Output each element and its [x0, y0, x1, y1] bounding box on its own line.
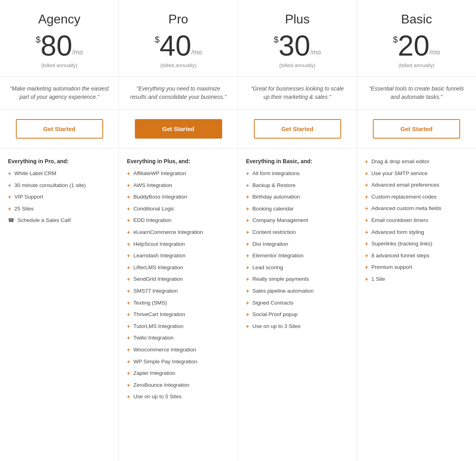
get-started-button-plus[interactable]: Get Started	[254, 119, 341, 139]
plus-icon: +	[127, 334, 130, 342]
list-item: +White Label CRM	[8, 170, 111, 178]
plan-amount-pro: 40	[159, 31, 191, 60]
list-item: +VIP Support	[8, 193, 111, 201]
plus-icon: +	[127, 252, 130, 260]
plan-billed-pro: (billed annually)	[127, 62, 230, 68]
plan-period-basic: /mo	[430, 49, 440, 56]
list-item: +Booking calendar	[246, 205, 349, 213]
list-item: +HelpScout Integration	[127, 241, 230, 249]
list-item: +ZeroBounce Integration	[127, 382, 230, 390]
features-heading-pro: Everything in Plus, and:	[127, 158, 230, 164]
plus-icon: +	[365, 193, 368, 201]
list-item: +Advanced email preferences	[365, 181, 468, 189]
plus-icon: +	[127, 311, 130, 319]
plus-icon: +	[365, 217, 368, 225]
plan-name-basic: Basic	[365, 12, 468, 27]
plus-icon: +	[127, 393, 130, 401]
plan-col-agency: Agency$80/mo(billed annually)"Make marke…	[0, 0, 119, 461]
plan-features-basic: +Drag & drop email editor+Use your SMTP …	[357, 149, 476, 461]
pricing-grid: Agency$80/mo(billed annually)"Make marke…	[0, 0, 476, 461]
get-started-button-agency[interactable]: Get Started	[16, 119, 103, 139]
plan-billed-agency: (billed annually)	[8, 62, 111, 68]
feature-text: Content restriction	[252, 229, 296, 236]
list-item: +BuddyBoss Integration	[127, 193, 230, 201]
plus-icon: +	[246, 182, 249, 190]
plan-description-agency: "Make marketing automation the easiest p…	[0, 77, 119, 110]
list-item: +25 Sites	[8, 205, 111, 213]
list-item: +EDD Integration	[127, 217, 230, 225]
plan-features-agency: Everything in Pro, and:+White Label CRM+…	[0, 149, 119, 461]
plan-cta-agency: Get Started	[0, 110, 119, 149]
feature-text: WP Simple Pay Integration	[133, 358, 197, 366]
plus-icon: +	[127, 358, 130, 366]
feature-text: Drag & drop email editor	[371, 158, 429, 166]
plus-icon: +	[127, 382, 130, 390]
feature-text: All form integrations	[252, 170, 299, 177]
plan-description-basic: "Essential tools to create basic funnels…	[357, 77, 476, 110]
feature-text: LifterLMS Integration	[133, 264, 183, 272]
feature-text: HelpScout Integration	[133, 241, 185, 248]
plan-price-row-plus: $30/mo	[246, 31, 349, 60]
feature-text: AffiliateWP Integration	[133, 170, 186, 177]
get-started-button-basic[interactable]: Get Started	[373, 119, 460, 139]
feature-text: Booking calendar	[252, 205, 294, 213]
list-item: +Twilio Integration	[127, 334, 230, 342]
feature-text: Texting (SMS)	[133, 299, 167, 307]
plan-cta-basic: Get Started	[357, 110, 476, 149]
plus-icon: +	[246, 193, 249, 201]
plus-icon: +	[127, 182, 130, 190]
list-item: +Divi Integration	[246, 241, 349, 249]
plan-price-row-agency: $80/mo	[8, 31, 111, 60]
list-item: +ThriveCart Integration	[127, 311, 230, 319]
plus-icon: +	[127, 346, 130, 354]
list-item: +Signed Contracts	[246, 299, 349, 307]
phone-icon: ☎	[8, 217, 14, 224]
list-item: +Social Proof popup	[246, 311, 349, 319]
features-heading-agency: Everything in Pro, and:	[8, 158, 111, 164]
list-item: +Texting (SMS)	[127, 299, 230, 307]
plan-period-plus: /mo	[310, 49, 321, 56]
feature-text: AWS Integration	[133, 182, 172, 189]
get-started-button-pro[interactable]: Get Started	[135, 119, 222, 139]
plus-icon: +	[127, 170, 130, 178]
feature-text: ThriveCart Integration	[133, 311, 185, 318]
list-item: +Drag & drop email editor	[365, 158, 468, 166]
plus-icon: +	[246, 241, 249, 249]
plus-icon: +	[127, 217, 130, 225]
list-item: +AffiliateWP Integration	[127, 170, 230, 178]
plan-header-agency: Agency$80/mo(billed annually)	[0, 0, 119, 77]
plus-icon: +	[365, 181, 368, 189]
features-heading-plus: Everything in Basic, and:	[246, 158, 349, 164]
plan-header-basic: Basic$20/mo(billed annually)	[357, 0, 476, 77]
plan-name-agency: Agency	[8, 12, 111, 27]
list-item: +eLearnCommerce Integration	[127, 229, 230, 237]
plan-period-agency: /mo	[72, 49, 83, 56]
plan-description-plus: "Great for businesses looking to scale u…	[238, 77, 357, 110]
plus-icon: +	[8, 170, 11, 178]
feature-text: Premium support	[371, 264, 412, 271]
plus-icon: +	[8, 193, 11, 201]
feature-text: Really simple payments	[252, 276, 309, 283]
feature-text: Use on up to 5 Sites	[133, 393, 182, 401]
plan-amount-plus: 30	[278, 31, 310, 60]
list-item: +Use on up to 3 Sites	[246, 323, 349, 331]
list-item: +Woocommerce Integration	[127, 346, 230, 354]
plus-icon: +	[127, 370, 130, 378]
plan-cta-pro: Get Started	[119, 110, 238, 149]
list-item: +Learndash Integration	[127, 252, 230, 260]
plan-price-row-basic: $20/mo	[365, 31, 468, 60]
list-item: +Custom replacement codes	[365, 193, 468, 201]
feature-text: 8 advanced funnel steps	[371, 252, 429, 260]
plan-header-plus: Plus$30/mo(billed annually)	[238, 0, 357, 77]
list-item: +WP Simple Pay Integration	[127, 358, 230, 366]
list-item: +Conditional Logic	[127, 205, 230, 213]
feature-text: Birthday automation	[252, 193, 300, 201]
feature-text: Use on up to 3 Sites	[252, 323, 301, 330]
feature-text: Sales pipeline automation	[252, 287, 314, 295]
list-item: +Superlinks (tracking links)	[365, 240, 468, 248]
list-item: +SendGrid Integration	[127, 276, 230, 284]
plus-icon: +	[246, 264, 249, 272]
list-item: +30 minute consultation (1 site)	[8, 182, 111, 190]
plus-icon: +	[365, 170, 368, 178]
plus-icon: +	[127, 276, 130, 284]
